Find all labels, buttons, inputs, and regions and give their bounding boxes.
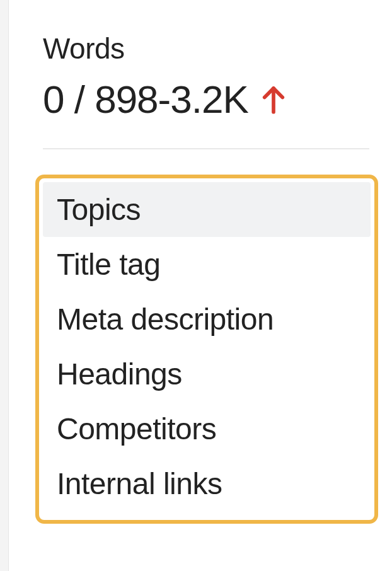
words-value: 0 / 898-3.2K bbox=[43, 77, 248, 122]
menu-item-internal-links[interactable]: Internal links bbox=[43, 456, 371, 511]
menu-box: Topics Title tag Meta description Headin… bbox=[35, 175, 378, 524]
menu-item-meta-description[interactable]: Meta description bbox=[43, 292, 371, 347]
menu-item-title-tag[interactable]: Title tag bbox=[43, 237, 371, 292]
divider bbox=[43, 148, 369, 149]
menu-item-headings[interactable]: Headings bbox=[43, 347, 371, 401]
content-area: Words 0 / 898-3.2K Topics Title tag Meta… bbox=[0, 0, 392, 524]
sidebar-edge bbox=[0, 0, 9, 571]
menu-item-competitors[interactable]: Competitors bbox=[43, 401, 371, 456]
arrow-up-icon bbox=[260, 84, 287, 115]
menu-item-topics[interactable]: Topics bbox=[43, 182, 371, 237]
words-value-row: 0 / 898-3.2K bbox=[43, 77, 369, 122]
words-label: Words bbox=[43, 32, 369, 66]
